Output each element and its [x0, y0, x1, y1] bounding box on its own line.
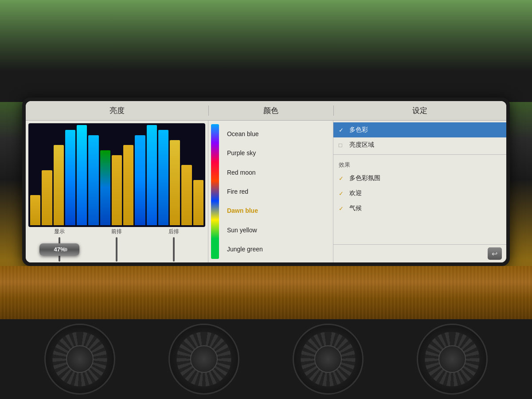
vent-inner-right	[438, 345, 466, 373]
screen: 亮度 颜色 设定	[26, 101, 506, 262]
check-icon-multicolor-ambient: ✓	[339, 175, 346, 182]
vent-left	[44, 324, 115, 395]
color-item-ocean-blue[interactable]: Ocean blue	[223, 128, 331, 140]
viz-bar	[193, 180, 203, 225]
check-icon-climate: ✓	[339, 205, 346, 212]
settings-section-effects-header: 效果	[333, 156, 506, 171]
viz-bar	[54, 145, 64, 225]
screen-bezel: 亮度 颜色 设定	[22, 98, 510, 266]
settings-item-brightness-zone[interactable]: □ 亮度区域	[333, 137, 506, 153]
viz-bar	[123, 145, 133, 225]
viz-bar	[100, 150, 110, 226]
color-item-purple-sky[interactable]: Purple sky	[223, 147, 331, 159]
front-slider-group: 前排	[111, 228, 122, 262]
settings-divider	[333, 154, 506, 155]
back-icon: ↩	[492, 250, 497, 258]
brightness-title: 亮度	[110, 106, 125, 116]
display-slider-thumb[interactable]: 47%	[39, 243, 79, 256]
viz-bar	[65, 130, 75, 225]
viz-bar	[77, 125, 87, 225]
sliders-row: 显示 47% 前排 后排	[26, 227, 208, 262]
viz-bar	[88, 135, 98, 225]
display-slider-group: 显示 47%	[54, 228, 65, 262]
settings-label-brightness-zone: 亮度区域	[349, 141, 374, 149]
viz-bar	[42, 170, 52, 225]
viz-bars	[28, 123, 205, 227]
color-section: Ocean blue Purple sky Red moon Fire red …	[208, 121, 333, 262]
settings-footer: ↩	[333, 244, 506, 262]
settings-label-multicolor-ambient: 多色彩氛围	[349, 174, 380, 182]
vent-inner-center-left	[190, 345, 218, 373]
wood-trim	[0, 266, 532, 319]
viz-bar	[30, 195, 40, 225]
front-slider-track[interactable]	[116, 237, 117, 262]
check-icon-welcome: ✓	[339, 190, 346, 197]
settings-item-multicolor-ambient[interactable]: ✓ 多色彩氛围	[333, 171, 506, 186]
color-list: Ocean blue Purple sky Red moon Fire red …	[222, 121, 333, 262]
check-icon-brightness-zone: □	[339, 142, 346, 149]
vent-center-right	[293, 324, 364, 395]
rear-slider-group: 后排	[168, 228, 179, 262]
display-slider-track[interactable]: 47%	[59, 237, 60, 262]
viz-bar	[170, 140, 180, 225]
front-slider-label: 前排	[111, 228, 122, 235]
color-title: 颜色	[263, 106, 278, 116]
display-slider-label: 显示	[54, 228, 65, 235]
settings-label-multicolor: 多色彩	[349, 126, 368, 134]
viz-bar	[158, 130, 168, 225]
viz-bar	[181, 165, 192, 225]
header-brightness: 亮度	[26, 106, 208, 116]
settings-title: 设定	[412, 106, 427, 116]
color-item-fire-red[interactable]: Fire red	[223, 185, 331, 198]
settings-list: ✓ 多色彩 □ 亮度区域 效果 ✓ 多色彩氛围	[333, 121, 506, 244]
color-item-red-moon[interactable]: Red moon	[223, 166, 331, 179]
vents-row	[0, 319, 532, 399]
vent-inner-center-right	[314, 345, 342, 373]
settings-label-welcome: 欢迎	[349, 189, 362, 197]
viz-bar	[112, 155, 122, 225]
header-color: 颜色	[208, 106, 333, 116]
vent-right	[417, 324, 488, 395]
header-settings: 设定	[333, 106, 506, 116]
back-button[interactable]: ↩	[488, 247, 502, 260]
settings-item-climate[interactable]: ✓ 气候	[333, 201, 506, 216]
vent-center-left	[168, 324, 239, 395]
vent-inner-left	[66, 345, 94, 373]
rear-slider-track[interactable]	[173, 237, 175, 262]
color-strip	[211, 124, 219, 259]
settings-item-multicolor[interactable]: ✓ 多色彩	[333, 122, 506, 137]
rear-slider-label: 后排	[168, 228, 179, 235]
settings-label-climate: 气候	[349, 204, 362, 212]
color-item-jungle-green[interactable]: Jungle green	[223, 243, 331, 255]
color-item-sun-yellow[interactable]: Sun yellow	[223, 224, 331, 236]
effects-header-label: 效果	[339, 161, 350, 169]
settings-section: ✓ 多色彩 □ 亮度区域 效果 ✓ 多色彩氛围	[333, 121, 506, 262]
brightness-section: 显示 47% 前排 后排	[26, 121, 208, 262]
settings-item-welcome[interactable]: ✓ 欢迎	[333, 186, 506, 201]
viz-bar	[147, 125, 157, 225]
color-item-dawn-blue[interactable]: Dawn blue	[223, 204, 331, 217]
dashboard-top	[0, 0, 532, 102]
check-icon-multicolor: ✓	[339, 127, 346, 133]
viz-bar	[135, 135, 145, 225]
ambient-visualizer	[28, 123, 205, 227]
screen-header: 亮度 颜色 设定	[26, 101, 506, 121]
screen-content: 显示 47% 前排 后排	[26, 121, 506, 262]
